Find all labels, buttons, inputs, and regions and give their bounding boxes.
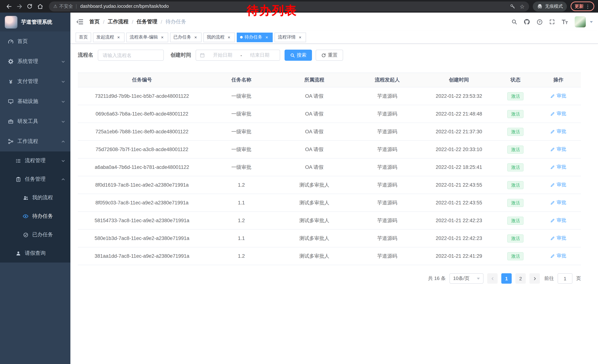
edit-pencil-icon	[550, 183, 555, 187]
browser-forward-button[interactable]	[14, 1, 25, 11]
close-icon[interactable]: ×	[116, 35, 121, 40]
svg-text:?: ?	[539, 20, 540, 24]
approve-label: 审批	[557, 164, 566, 170]
reset-button[interactable]: 重置	[316, 50, 343, 61]
sidebar-item-done-tasks[interactable]: 已办任务	[0, 226, 70, 244]
approve-link[interactable]: 审批	[550, 146, 566, 153]
fullscreen-icon[interactable]	[549, 19, 555, 25]
tab-my-process[interactable]: 我的流程 ×	[203, 32, 235, 42]
sidebar-collapse-button[interactable]	[70, 19, 89, 25]
search-button-label: 搜索	[297, 52, 307, 58]
approve-label: 审批	[557, 182, 566, 188]
chevron-down-icon	[61, 59, 65, 64]
breadcrumb-task-management[interactable]: 任务管理	[137, 18, 158, 25]
table-row: 8f059c03-7ac8-11ec-a9e2-a2380e71991a 1.1…	[78, 194, 581, 212]
browser-menu-icon[interactable]: ⋮	[585, 4, 590, 9]
sidebar-item-task-management[interactable]: 任务管理	[0, 170, 70, 188]
page-button-1[interactable]: 1	[501, 273, 512, 284]
annotation-title: 待办列表	[247, 4, 297, 16]
sidebar-item-home[interactable]: 首页	[0, 32, 70, 51]
sidebar-item-my-process[interactable]: 我的流程	[0, 188, 70, 207]
sidebar-item-payment[interactable]: ¥ 支付管理	[0, 72, 70, 91]
close-icon[interactable]: ×	[264, 35, 269, 40]
next-page-button[interactable]	[530, 273, 540, 284]
gear-icon	[8, 58, 14, 65]
chevron-down-icon	[61, 80, 65, 83]
sidebar-item-label: 工作流程	[17, 138, 38, 145]
approve-link[interactable]: 审批	[550, 235, 566, 242]
cell-task-id: 58154733-7ac8-11ec-a9e2-a2380e71991a	[78, 218, 206, 223]
cell-create-time: 2022-01-22 23:53:32	[422, 93, 495, 99]
browser-update-button[interactable]: 更新 ⋮	[571, 1, 594, 11]
cell-initiator: 芋道源码	[352, 111, 422, 117]
cell-task-id: 75d72608-7b7f-11ec-a3c8-acde48001122	[78, 147, 206, 152]
tab-start-process[interactable]: 发起流程 ×	[93, 32, 125, 42]
status-badge: 激活	[507, 110, 524, 118]
approve-link[interactable]: 审批	[550, 182, 566, 188]
select-caret-down-icon	[477, 277, 480, 279]
font-size-icon[interactable]	[561, 19, 568, 25]
approve-link[interactable]: 审批	[550, 128, 566, 135]
approve-link[interactable]: 审批	[550, 217, 566, 224]
search-button[interactable]: 搜索	[284, 50, 312, 61]
close-icon[interactable]: ×	[298, 35, 303, 40]
col-task-id: 任务编号	[78, 77, 206, 83]
cell-process: OA 请假	[277, 128, 352, 135]
approve-link[interactable]: 审批	[550, 111, 566, 117]
help-icon[interactable]: ?	[537, 19, 543, 25]
user-avatar[interactable]	[575, 16, 586, 27]
sidebar-logo[interactable]: 芋道管理系统	[0, 13, 70, 32]
tab-label: 我的流程	[207, 34, 224, 40]
tab-form-edit[interactable]: 流程表单-编辑 ×	[126, 32, 168, 42]
close-icon[interactable]: ×	[226, 35, 232, 40]
table-row: a6aba0a4-7b6d-11ec-b781-acde48001122 一级审…	[78, 159, 581, 176]
status-badge: 激活	[507, 92, 524, 100]
warning-icon: ⚠	[53, 4, 58, 9]
page-size-select[interactable]: 10条/页	[449, 273, 483, 284]
goto-page-input[interactable]	[558, 273, 573, 284]
password-key-icon[interactable]	[510, 4, 515, 9]
tab-home[interactable]: 首页	[75, 32, 91, 42]
browser-back-button[interactable]	[4, 1, 14, 11]
sidebar-item-todo-tasks[interactable]: 待办任务	[0, 207, 70, 226]
browser-reload-button[interactable]	[25, 1, 35, 11]
todo-task-table: 任务编号 任务名称 所属流程 流程发起人 创建时间 状态 操作 73211d9d…	[78, 73, 581, 265]
avatar-caret-down-icon[interactable]	[590, 21, 593, 23]
close-icon[interactable]: ×	[193, 35, 198, 40]
sidebar-item-workflow[interactable]: 工作流程	[0, 131, 70, 152]
search-icon[interactable]	[511, 19, 517, 25]
sidebar-item-system[interactable]: 系统管理	[0, 51, 70, 72]
start-date-placeholder: 开始日期	[206, 52, 239, 58]
active-tab-dot	[240, 36, 243, 39]
close-icon[interactable]: ×	[160, 35, 165, 40]
edit-pencil-icon	[550, 218, 555, 223]
sidebar-item-dev-tools[interactable]: 研发工具	[0, 112, 70, 131]
process-name-input[interactable]	[98, 50, 164, 61]
approve-link[interactable]: 审批	[550, 93, 566, 99]
date-range-picker[interactable]: 开始日期 - 结束日期	[196, 50, 280, 61]
cell-task-id: 580e1b3d-7ac8-11ec-a9e2-a2380e71991a	[78, 235, 206, 241]
approve-link[interactable]: 审批	[550, 199, 566, 206]
person-icon	[15, 251, 22, 256]
edit-pencil-icon	[550, 165, 555, 170]
breadcrumb-home[interactable]: 首页	[89, 18, 100, 25]
address-divider: |	[76, 4, 77, 9]
edit-pencil-icon	[550, 200, 555, 205]
breadcrumb-workflow[interactable]: 工作流程	[108, 18, 129, 25]
security-label[interactable]: 不安全	[59, 3, 73, 9]
tab-done-tasks[interactable]: 已办任务 ×	[170, 32, 201, 42]
sidebar-item-process-management[interactable]: 流程管理	[0, 152, 70, 170]
approve-link[interactable]: 审批	[550, 164, 566, 170]
github-icon[interactable]	[523, 18, 530, 25]
sidebar-item-infrastructure[interactable]: 基础设施	[0, 91, 70, 112]
tab-process-detail[interactable]: 流程详情 ×	[274, 32, 306, 42]
browser-home-button[interactable]	[35, 1, 45, 11]
page-url[interactable]: dashboard.yudao.iocoder.cn/bpm/task/todo	[80, 4, 169, 9]
cell-task-id: 8f059c03-7ac8-11ec-a9e2-a2380e71991a	[78, 200, 206, 205]
sidebar-item-leave-query[interactable]: 请假查询	[0, 244, 70, 263]
tab-todo-tasks[interactable]: 待办任务 ×	[237, 32, 273, 42]
prev-page-button[interactable]	[487, 273, 498, 284]
page-button-2[interactable]: 2	[515, 273, 526, 284]
approve-link[interactable]: 审批	[550, 253, 566, 259]
bookmark-star-icon[interactable]: ☆	[520, 4, 525, 9]
